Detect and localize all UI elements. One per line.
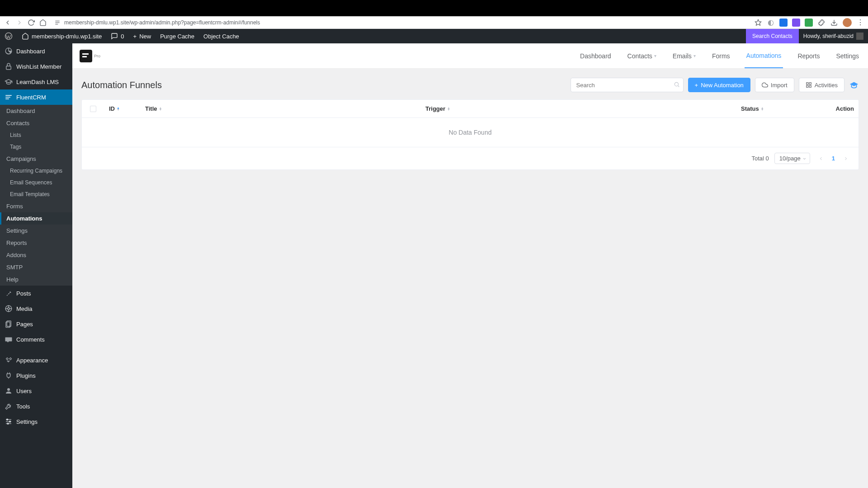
submenu-templates[interactable]: Email Templates	[0, 188, 72, 200]
wp-logo-menu[interactable]	[0, 29, 17, 43]
browser-home-button[interactable]	[39, 19, 47, 27]
search-contacts-button[interactable]: Search Contacts	[746, 29, 799, 43]
extension-icon-3[interactable]	[792, 19, 800, 27]
sidebar-item-media[interactable]: Media	[0, 301, 72, 316]
page-size-select[interactable]: 10/page	[774, 153, 810, 164]
submenu-reports[interactable]: Reports	[0, 237, 72, 249]
sidebar-item-users[interactable]: Users	[0, 383, 72, 399]
import-button[interactable]: Import	[755, 78, 794, 92]
submenu-addons[interactable]: Addons	[0, 249, 72, 261]
users-icon	[5, 387, 13, 395]
fc-nav-reports[interactable]: Reports	[796, 44, 821, 68]
wp-account-menu[interactable]: Howdy, sherif-abuzid	[799, 33, 868, 40]
browser-menu-icon[interactable]: ⋮	[856, 19, 864, 27]
submenu-lists[interactable]: Lists	[0, 129, 72, 141]
submenu-forms[interactable]: Forms	[0, 200, 72, 212]
submenu-tags[interactable]: Tags	[0, 141, 72, 153]
wp-comments-menu[interactable]: 0	[106, 29, 128, 43]
select-all-checkbox[interactable]	[90, 106, 96, 112]
no-data-message: No Data Found	[82, 118, 859, 147]
pagination-current[interactable]: 1	[832, 155, 835, 162]
submenu-automations[interactable]: Automations	[0, 212, 72, 225]
th-label: Trigger	[425, 105, 445, 112]
sidebar-label: Users	[16, 388, 32, 394]
tools-icon	[5, 402, 13, 410]
crm-icon	[5, 93, 13, 101]
media-icon	[5, 305, 13, 313]
sidebar-label: Settings	[16, 418, 38, 425]
fc-nav-dashboard[interactable]: Dashboard	[578, 44, 613, 68]
th-label: Action	[836, 105, 854, 112]
th-label: Title	[145, 105, 157, 112]
id-column-header[interactable]: ID ▲▼	[104, 100, 141, 117]
bookmark-star-icon[interactable]	[754, 19, 762, 27]
sidebar-item-comments[interactable]: Comments	[0, 332, 72, 347]
search-input[interactable]	[571, 78, 684, 92]
new-automation-button[interactable]: + New Automation	[688, 78, 750, 92]
sidebar-item-tools[interactable]: Tools	[0, 399, 72, 414]
lock-icon	[5, 62, 13, 70]
svg-rect-6	[6, 66, 11, 70]
fc-nav-contacts[interactable]: Contacts ▾	[626, 44, 658, 68]
sort-icon: ▲▼	[159, 107, 162, 111]
dashboard-icon	[5, 47, 13, 55]
submenu-contacts[interactable]: Contacts	[0, 117, 72, 129]
sidebar-label: Tools	[16, 403, 30, 410]
submenu-campaigns[interactable]: Campaigns	[0, 153, 72, 165]
wp-new-menu[interactable]: + New	[129, 29, 156, 43]
sidebar-label: Plugins	[16, 372, 36, 379]
wp-object-cache[interactable]: Object Cache	[199, 29, 244, 43]
sort-icon: ▲▼	[761, 107, 764, 111]
th-label: ID	[109, 105, 115, 112]
browser-profile-avatar[interactable]	[843, 18, 852, 27]
browser-url-bar[interactable]: membership-dmlu.wp1.site/wp-admin/admin.…	[51, 19, 750, 26]
downloads-icon[interactable]	[830, 19, 838, 27]
submenu-settings[interactable]: Settings	[0, 225, 72, 237]
pagination-prev[interactable]	[816, 156, 826, 161]
sidebar-item-appearance[interactable]: Appearance	[0, 352, 72, 368]
browser-reload-button[interactable]	[27, 19, 35, 27]
sidebar-item-dashboard[interactable]: Dashboard	[0, 43, 72, 59]
fc-nav-forms[interactable]: Forms	[710, 44, 732, 68]
fluentcrm-logo[interactable]	[80, 50, 92, 62]
submenu-smtp[interactable]: SMTP	[0, 261, 72, 273]
sidebar-item-wishlist[interactable]: WishList Member	[0, 59, 72, 74]
svg-point-16	[9, 421, 11, 422]
submenu-help[interactable]: Help	[0, 273, 72, 286]
chevron-down-icon: ▾	[654, 53, 656, 58]
status-column-header[interactable]: Status ▲▼	[736, 100, 804, 117]
browser-forward-button[interactable]	[15, 19, 24, 27]
wp-purge-cache[interactable]: Purge Cache	[156, 29, 199, 43]
fc-nav-automations[interactable]: Automations	[745, 44, 783, 68]
select-all-column[interactable]	[82, 100, 104, 117]
trigger-column-header[interactable]: Trigger ▲▼	[421, 100, 736, 117]
flag-button[interactable]	[849, 80, 859, 90]
activities-label: Activities	[815, 82, 838, 89]
fc-nav-settings[interactable]: Settings	[834, 44, 861, 68]
extension-icon-4[interactable]	[805, 19, 813, 27]
activities-button[interactable]: Activities	[799, 78, 844, 92]
browser-back-button[interactable]	[4, 19, 12, 27]
extension-icon-2[interactable]	[779, 19, 788, 27]
sidebar-item-posts[interactable]: Posts	[0, 286, 72, 301]
title-column-header[interactable]: Title ▲▼	[141, 100, 421, 117]
plus-icon: +	[133, 33, 137, 40]
submenu-recurring[interactable]: Recurring Campaigns	[0, 165, 72, 177]
extensions-puzzle-icon[interactable]	[817, 19, 826, 27]
sidebar-label: LearnDash LMS	[16, 79, 59, 85]
sidebar-item-fluentcrm[interactable]: FluentCRM	[0, 89, 72, 105]
submenu-sequences[interactable]: Email Sequences	[0, 177, 72, 188]
search-contacts-label: Search Contacts	[752, 33, 793, 39]
extension-icon-1[interactable]: ◐	[767, 19, 775, 27]
submenu-dashboard[interactable]: Dashboard	[0, 105, 72, 117]
sidebar-item-pages[interactable]: Pages	[0, 316, 72, 332]
search-icon[interactable]	[674, 81, 680, 88]
sidebar-item-plugins[interactable]: Plugins	[0, 368, 72, 383]
pin-icon	[5, 289, 13, 297]
sidebar-item-learndash[interactable]: LearnDash LMS	[0, 74, 72, 89]
svg-rect-22	[806, 85, 808, 87]
fc-nav-emails[interactable]: Emails ▾	[671, 44, 698, 68]
wp-site-name[interactable]: membership-dmlu.wp1.site	[17, 29, 106, 43]
sidebar-item-settings[interactable]: Settings	[0, 414, 72, 429]
pagination-next[interactable]	[840, 156, 851, 161]
